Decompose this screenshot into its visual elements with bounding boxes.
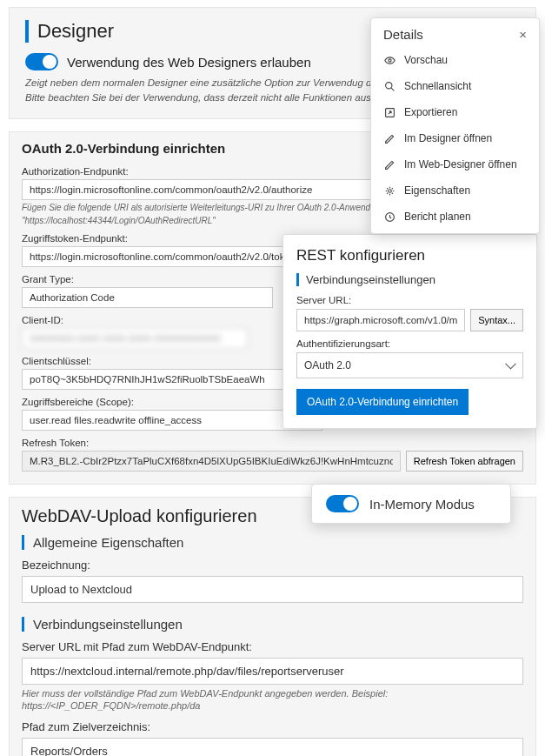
web-designer-toggle-label: Verwendung des Web Designers erlauben xyxy=(67,55,311,70)
details-item-label: Vorschau xyxy=(404,54,448,66)
details-item-properties[interactable]: Eigenschaften xyxy=(371,177,539,204)
refresh-token-input xyxy=(22,451,401,472)
details-item-label: Eigenschaften xyxy=(404,184,470,197)
in-memory-label: In-Memory Modus xyxy=(369,497,475,512)
details-item-quickview[interactable]: Schnellansicht xyxy=(371,73,539,99)
details-item-label: Bericht planen xyxy=(404,211,471,223)
details-item-export[interactable]: Exportieren xyxy=(371,99,539,125)
syntax-button[interactable]: Syntax... xyxy=(470,309,523,331)
webdav-path-label: Pfad zum Zielverzeichnis: xyxy=(22,720,523,733)
details-popup: Details × Vorschau Schnellansicht Export… xyxy=(370,17,540,234)
export-icon xyxy=(383,106,395,118)
close-icon[interactable]: × xyxy=(519,27,527,42)
eye-icon xyxy=(383,54,395,66)
refresh-token-button[interactable]: Refresh Token abfragen xyxy=(406,451,523,472)
client-id-input[interactable] xyxy=(22,328,248,349)
webdav-url-label: Server URL mit Pfad zum WebDAV-Endpunkt: xyxy=(22,640,523,653)
svg-point-4 xyxy=(388,189,391,192)
webdav-path-input[interactable] xyxy=(22,738,523,756)
details-item-label: Exportieren xyxy=(404,106,457,118)
grant-type-input[interactable] xyxy=(22,287,273,308)
in-memory-toggle[interactable] xyxy=(326,495,359,512)
details-item-label: Schnellansicht xyxy=(404,80,471,92)
svg-point-0 xyxy=(388,58,390,61)
details-item-label: Im Designer öffnen xyxy=(404,132,492,144)
pencil-icon xyxy=(383,132,395,144)
webdav-panel: WebDAV-Upload konfigurieren Allgemeine E… xyxy=(9,497,536,757)
details-title: Details xyxy=(383,27,423,42)
rest-url-input[interactable] xyxy=(296,309,465,331)
webdav-name-label: Bezeichnung: xyxy=(22,559,523,572)
rest-url-label: Server URL: xyxy=(296,295,523,305)
pencil-icon xyxy=(383,158,395,171)
rest-title: REST konfigurieren xyxy=(296,247,523,264)
details-item-schedule[interactable]: Bericht planen xyxy=(371,204,539,230)
webdav-url-hint: Hier muss der vollständige Pfad zum WebD… xyxy=(22,687,523,713)
rest-auth-label: Authentifizierungsart: xyxy=(296,338,523,349)
svg-line-2 xyxy=(391,88,394,90)
details-item-preview[interactable]: Vorschau xyxy=(371,47,539,73)
gear-icon xyxy=(383,184,395,197)
web-designer-toggle[interactable] xyxy=(25,53,58,70)
webdav-name-input[interactable] xyxy=(22,576,523,603)
oauth-setup-button[interactable]: OAuth 2.0-Verbindung einrichten xyxy=(296,389,469,415)
search-icon xyxy=(383,80,395,92)
webdav-url-input[interactable] xyxy=(22,658,523,685)
details-item-label: Im Web-Designer öffnen xyxy=(404,158,517,171)
client-secret-input[interactable] xyxy=(22,369,322,390)
details-item-open-designer[interactable]: Im Designer öffnen xyxy=(371,125,539,151)
rest-auth-select[interactable]: OAuth 2.0 xyxy=(296,352,523,378)
clock-icon xyxy=(383,211,395,223)
webdav-sub-conn: Verbindungseinstellungen xyxy=(22,617,523,632)
token-endpoint-input[interactable] xyxy=(22,246,313,267)
in-memory-popup: In-Memory Modus xyxy=(311,484,511,524)
rest-popup: REST konfigurieren Verbindungseinstellun… xyxy=(282,234,537,429)
refresh-token-label: Refresh Token: xyxy=(22,438,523,448)
svg-point-1 xyxy=(385,82,391,88)
scope-input[interactable] xyxy=(22,410,322,431)
details-item-open-web-designer[interactable]: Im Web-Designer öffnen xyxy=(371,151,539,177)
webdav-sub-general: Allgemeine Eigenschaften xyxy=(22,535,523,550)
rest-sub: Verbindungseinstellungen xyxy=(296,273,523,286)
